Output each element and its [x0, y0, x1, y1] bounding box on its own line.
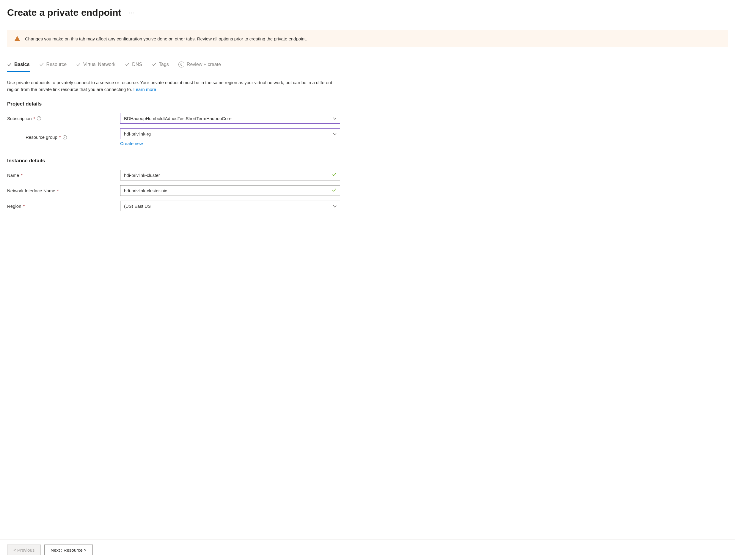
- chevron-down-icon: [333, 132, 336, 136]
- required-indicator: *: [59, 135, 61, 140]
- tab-label: Resource: [46, 62, 67, 67]
- tab-label: Tags: [159, 62, 169, 67]
- region-row: Region * (US) East US: [7, 201, 728, 211]
- info-icon[interactable]: i: [37, 116, 41, 120]
- info-icon[interactable]: i: [63, 135, 67, 139]
- resource-group-select[interactable]: hdi-privlink-rg: [120, 128, 340, 139]
- tab-dns[interactable]: DNS: [125, 59, 142, 72]
- resource-group-value: hdi-privlink-rg: [124, 131, 151, 136]
- region-value: (US) East US: [124, 204, 151, 209]
- region-select[interactable]: (US) East US: [120, 201, 340, 211]
- required-indicator: *: [23, 204, 25, 209]
- name-row: Name *: [7, 170, 728, 180]
- nic-input[interactable]: [120, 185, 340, 196]
- tab-review-create[interactable]: 6 Review + create: [178, 59, 221, 72]
- check-icon: [125, 62, 130, 67]
- page-header: Create a private endpoint ···: [7, 7, 728, 18]
- subscription-label: Subscription * i: [7, 116, 120, 121]
- indent-line: [11, 127, 22, 138]
- chevron-down-icon: [333, 204, 336, 208]
- check-icon: [152, 62, 156, 67]
- name-label: Name *: [7, 173, 120, 178]
- tab-label: Virtual Network: [83, 62, 115, 67]
- subscription-select[interactable]: BDHadoopHumboldtAdhocTestShortTermHadoop…: [120, 113, 340, 124]
- nic-label: Network Interface Name *: [7, 188, 120, 193]
- warning-icon: [14, 36, 20, 41]
- resource-group-row: Resource group * i hdi-privlink-rg Creat…: [7, 128, 728, 146]
- more-icon[interactable]: ···: [128, 9, 135, 16]
- step-number-icon: 6: [178, 62, 184, 67]
- page-title: Create a private endpoint: [7, 7, 121, 18]
- section-instance-details: Instance details: [7, 158, 728, 164]
- section-project-details: Project details: [7, 101, 728, 107]
- nic-row: Network Interface Name *: [7, 185, 728, 196]
- learn-more-link[interactable]: Learn more: [133, 87, 156, 92]
- valid-check-icon: [332, 188, 336, 194]
- check-icon: [39, 62, 44, 67]
- warning-text: Changes you make on this tab may affect …: [25, 36, 307, 41]
- tabs: Basics Resource Virtual Network DNS Tags: [7, 59, 728, 72]
- tab-basics[interactable]: Basics: [7, 59, 30, 72]
- description-text: Use private endpoints to privately conne…: [7, 79, 334, 93]
- tab-resource[interactable]: Resource: [39, 59, 67, 72]
- subscription-row: Subscription * i BDHadoopHumboldtAdhocTe…: [7, 113, 728, 124]
- valid-check-icon: [332, 172, 336, 178]
- tab-label: Review + create: [187, 62, 221, 67]
- check-icon: [76, 62, 81, 67]
- required-indicator: *: [21, 173, 23, 178]
- warning-banner: Changes you make on this tab may affect …: [7, 30, 728, 47]
- tab-tags[interactable]: Tags: [152, 59, 169, 72]
- resource-group-label: Resource group * i: [7, 135, 120, 140]
- chevron-down-icon: [333, 117, 336, 120]
- tab-label: DNS: [132, 62, 142, 67]
- required-indicator: *: [34, 116, 35, 121]
- create-new-link[interactable]: Create new: [120, 141, 143, 146]
- check-icon: [7, 62, 12, 67]
- tab-virtual-network[interactable]: Virtual Network: [76, 59, 115, 72]
- name-input[interactable]: [120, 170, 340, 180]
- tab-label: Basics: [14, 62, 30, 67]
- subscription-value: BDHadoopHumboldtAdhocTestShortTermHadoop…: [124, 116, 232, 121]
- required-indicator: *: [57, 188, 59, 193]
- region-label: Region *: [7, 204, 120, 209]
